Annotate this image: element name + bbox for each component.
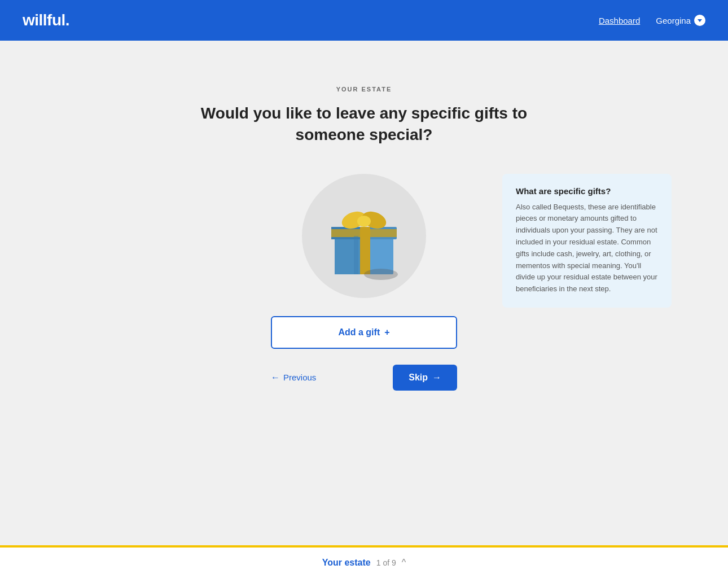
right-arrow-icon: → xyxy=(432,373,441,383)
skip-button[interactable]: Skip → xyxy=(393,365,457,391)
svg-point-8 xyxy=(357,216,371,227)
info-box-title: What are specific gifts? xyxy=(516,186,658,196)
footer-section-label: Your estate xyxy=(322,558,371,568)
header: willful. Dashboard Georgina xyxy=(0,0,728,41)
section-label: YOUR ESTATE xyxy=(336,86,392,93)
header-nav: Dashboard Georgina xyxy=(599,15,705,26)
svg-point-9 xyxy=(364,269,398,280)
svg-rect-1 xyxy=(335,236,363,274)
add-gift-plus-icon: + xyxy=(384,327,389,338)
main-content: YOUR ESTATE Would you like to leave any … xyxy=(0,41,728,545)
left-arrow-icon: ← xyxy=(271,373,280,383)
dashboard-link[interactable]: Dashboard xyxy=(599,16,640,25)
user-menu[interactable]: Georgina xyxy=(656,15,705,26)
logo: willful. xyxy=(23,11,69,29)
info-box-text: Also called Bequests, these are identifi… xyxy=(516,202,658,295)
footer: Your estate 1 of 9 ^ xyxy=(0,545,728,578)
user-chevron-icon xyxy=(694,15,705,26)
page-title: Would you like to leave any specific gif… xyxy=(172,103,556,146)
previous-label: Previous xyxy=(283,373,316,382)
add-gift-label: Add a gift xyxy=(338,327,380,338)
previous-button[interactable]: ← Previous xyxy=(271,373,316,383)
svg-rect-5 xyxy=(331,229,397,237)
footer-chevron-icon[interactable]: ^ xyxy=(402,558,406,568)
skip-label: Skip xyxy=(409,373,428,383)
svg-rect-10 xyxy=(354,236,358,274)
user-name: Georgina xyxy=(656,16,691,25)
navigation-row: ← Previous Skip → xyxy=(271,365,457,391)
add-gift-button[interactable]: Add a gift + xyxy=(271,316,457,349)
gift-illustration xyxy=(302,174,426,298)
info-box: What are specific gifts? Also called Beq… xyxy=(502,174,672,308)
footer-count: 1 of 9 xyxy=(376,558,396,567)
gift-icon xyxy=(319,191,409,281)
